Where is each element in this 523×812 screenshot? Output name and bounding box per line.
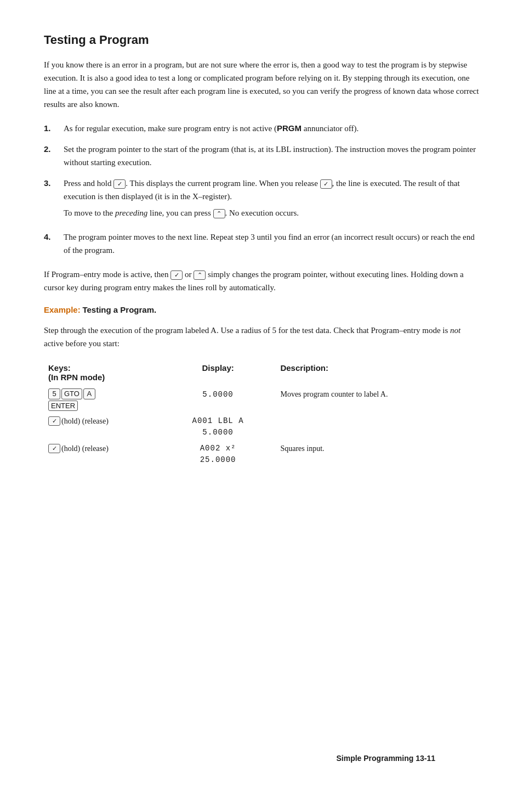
step-data-after: active before you start: — [44, 339, 120, 348]
key-row-2: ✓ (hold) (release) — [48, 415, 156, 427]
step-1-content: As for regular execution, make sure prog… — [64, 122, 479, 135]
step-2-text: Set the program pointer to the start of … — [64, 145, 476, 167]
key-a[interactable]: A — [83, 388, 95, 399]
key-row-1a: 5 GTO A — [48, 388, 156, 399]
page-content: Testing a Program If you know there is a… — [44, 33, 479, 790]
col-header-desc: Description: — [276, 361, 479, 386]
steps-list: 1. As for regular execution, make sure p… — [44, 122, 479, 257]
table-row-3: ✓ (hold) (release) A002 x² 25.0000 Squar… — [44, 441, 479, 468]
display-value-1: 5.0000 — [202, 390, 233, 399]
desc-text-3: Squares input. — [280, 444, 324, 453]
table-row-2: ✓ (hold) (release) A001 LBL A 5.0000 — [44, 413, 479, 441]
key-gto[interactable]: GTO — [61, 388, 82, 399]
step-1-text-before: As for regular execution, make sure prog… — [64, 124, 277, 133]
step-data-italic: not — [450, 326, 461, 335]
key-down-mid[interactable]: ✓ — [170, 270, 183, 280]
key-row-3: ✓ (hold) (release) — [48, 443, 156, 454]
page-title: Testing a Program — [44, 33, 479, 47]
table-row-1-desc: Moves program counter to label A. — [276, 386, 479, 413]
table-row-1: 5 GTO A ENTER 5.0000 Moves program count… — [44, 386, 479, 413]
display-value-3a: A002 x² — [164, 443, 272, 454]
step-3-line1: Press and hold ✓. This displays the curr… — [64, 177, 479, 203]
step-4: 4. The program pointer moves to the next… — [44, 230, 479, 257]
display-value-2b: 5.0000 — [164, 427, 272, 438]
key-up-mid[interactable]: ⌃ — [194, 270, 206, 280]
table-row-1-keys: 5 GTO A ENTER — [44, 386, 160, 413]
col-keys-line2: (In RPN mode) — [48, 373, 105, 382]
key-down-2[interactable]: ✓ — [320, 179, 332, 189]
step-2: 2. Set the program pointer to the start … — [44, 143, 479, 169]
hold-release-label-2: (hold) (release) — [61, 415, 109, 427]
intro-paragraph: If you know there is an error in a progr… — [44, 58, 479, 111]
mid-paragraph: If Program–entry mode is active, then ✓ … — [44, 268, 479, 294]
key-enter[interactable]: ENTER — [48, 401, 78, 411]
col-keys-line1: Keys: — [48, 363, 71, 373]
display-value-3b: 25.0000 — [164, 454, 272, 466]
display-value-2a: A001 LBL A — [164, 415, 272, 427]
table-row-2-keys: ✓ (hold) (release) — [44, 413, 160, 441]
step-3: 3. Press and hold ✓. This displays the c… — [44, 177, 479, 223]
key-group-row1: 5 GTO A ENTER — [48, 388, 156, 411]
key-row-1b: ENTER — [48, 401, 156, 411]
example-title: Testing a Program. — [82, 305, 156, 314]
step-2-content: Set the program pointer to the start of … — [64, 143, 479, 169]
step-4-content: The program pointer moves to the next li… — [64, 230, 479, 257]
step-3-italic: preceding — [115, 208, 147, 217]
program-table: Keys: (In RPN mode) Display: Description… — [44, 361, 479, 468]
col-header-keys: Keys: (In RPN mode) — [44, 361, 160, 386]
mid-or: or — [185, 270, 194, 279]
key-up-1[interactable]: ⌃ — [213, 209, 225, 218]
step-3-line2: To move to the preceding line, you can p… — [64, 206, 479, 219]
step-4-text: The program pointer moves to the next li… — [64, 233, 475, 255]
step-1-prgm-key: PRGM — [277, 123, 302, 133]
desc-text-1: Moves program counter to label A. — [280, 390, 388, 398]
step-1-text-after: annunciator off). — [302, 124, 359, 133]
key-down-row3[interactable]: ✓ — [48, 444, 60, 453]
step-3-num: 3. — [44, 177, 64, 190]
step-1-num: 1. — [44, 122, 64, 135]
mid-text-before: If Program–entry mode is active, then — [44, 270, 168, 279]
step-3-content: Press and hold ✓. This displays the curr… — [64, 177, 479, 223]
table-row-3-keys: ✓ (hold) (release) — [44, 441, 160, 468]
col-header-display: Display: — [160, 361, 276, 386]
step-1: 1. As for regular execution, make sure p… — [44, 122, 479, 135]
table-row-2-desc — [276, 413, 479, 441]
key-down-1[interactable]: ✓ — [113, 179, 126, 189]
page-footer: Simple Programming 13-11 — [336, 754, 435, 763]
key-5[interactable]: 5 — [48, 388, 60, 399]
hold-release-label-3: (hold) (release) — [61, 443, 109, 454]
step-4-num: 4. — [44, 230, 64, 244]
table-row-2-display: A001 LBL A 5.0000 — [160, 413, 276, 441]
example-header: Example: Testing a Program. — [44, 305, 479, 315]
table-row-3-desc: Squares input. — [276, 441, 479, 468]
key-down-row2[interactable]: ✓ — [48, 416, 60, 426]
step-data-before: Step through the execution of the progra… — [44, 326, 448, 335]
table-header-row: Keys: (In RPN mode) Display: Description… — [44, 361, 479, 386]
table-row-1-display: 5.0000 — [160, 386, 276, 413]
table-row-3-display: A002 x² 25.0000 — [160, 441, 276, 468]
example-label: Example: — [44, 305, 81, 314]
step-data-paragraph: Step through the execution of the progra… — [44, 324, 479, 350]
step-2-num: 2. — [44, 143, 64, 156]
